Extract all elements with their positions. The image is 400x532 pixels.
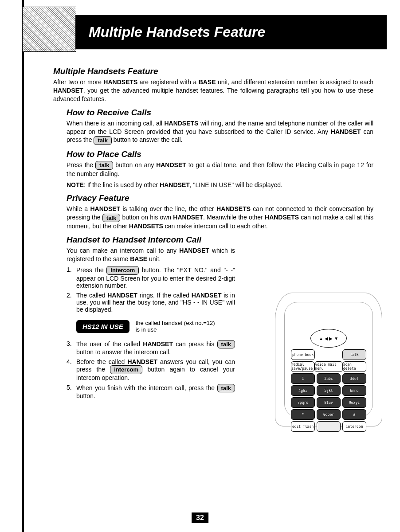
text: is talking over the line, the other	[120, 205, 216, 212]
text: the called handset (ext no.=12)	[136, 320, 215, 327]
text: button to answer the intercom call.	[76, 348, 171, 356]
step-body: The called HANDSET rings. If the called …	[76, 292, 235, 313]
section-heading-receive: How to Receive Calls	[67, 108, 373, 117]
step-number: 2.	[67, 292, 76, 313]
step-body: The user of the called HANDSET can press…	[76, 340, 235, 356]
talk-button-label: talk	[217, 384, 235, 393]
page-title-band: Multiple Handsets Feature	[75, 18, 387, 46]
text-bold: HANDSET	[192, 292, 222, 299]
key-hash: #	[342, 409, 366, 420]
text-bold: HANDSET	[90, 205, 120, 212]
handset-illustration: ▲ ◀ ▶ ▼ phone book talk redial save/paus…	[275, 293, 382, 426]
text-bold: HANDSET	[331, 128, 361, 135]
text-bold: HANDSETS	[265, 214, 299, 221]
text-bold: HANDSETS	[129, 223, 163, 230]
text-bold: HANDSET	[107, 292, 137, 299]
text-bold: HANDSET	[53, 87, 83, 94]
key-blank	[317, 421, 341, 432]
text: After two or more	[53, 78, 103, 86]
step-2: 2. The called HANDSET rings. If the call…	[67, 292, 235, 313]
section-heading-privacy: Privacy Feature	[67, 193, 373, 203]
section-heading-place: How to Place Calls	[67, 149, 373, 159]
text-bold: HANDSET	[160, 181, 190, 188]
text: Press the	[76, 266, 106, 274]
text-bold: HANDSET	[179, 247, 209, 254]
key-9: 9wxyz	[342, 397, 366, 408]
lcd-example-row: HS12 IN USE the called handset (ext no.=…	[76, 317, 235, 336]
text: When you finish with the intercom call, …	[76, 384, 217, 391]
text: unit, and different extension number is …	[216, 78, 373, 86]
talk-button-label: talk	[217, 340, 235, 349]
text: Before the called	[76, 358, 127, 365]
step-1: 1. Press the intercom button. The "EXT N…	[67, 266, 235, 289]
text-bold: HANDSET	[173, 214, 203, 221]
talk-button-label: talk	[102, 214, 120, 223]
text: , you get the advanced multiple handset …	[53, 87, 373, 102]
key-star: *	[291, 409, 315, 420]
step-number: 5.	[67, 384, 76, 400]
step-body: Press the intercom button. The "EXT NO."…	[76, 266, 235, 289]
header-rule	[22, 50, 387, 53]
step-number: 3.	[67, 340, 76, 356]
content-area: Multiple Handsets Feature After two or m…	[53, 62, 373, 402]
text: : If the line is used by other	[84, 181, 160, 188]
page-title: Multiple Handsets Feature	[89, 24, 265, 40]
section-heading-intercom: Handset to Handset Intercom Call	[67, 235, 373, 245]
text: The user of the called	[76, 340, 143, 347]
intercom-button-label: intercom	[106, 266, 139, 275]
key-2: 2abc	[317, 373, 341, 384]
section-heading: Multiple Handsets Feature	[53, 66, 373, 76]
text: can press his	[173, 340, 217, 347]
text: . Meanwhile the other	[203, 214, 265, 221]
text: Press the	[67, 161, 95, 168]
note-label: NOTE	[67, 181, 84, 188]
place-paragraph: Press the talk button on any HANDSET to …	[67, 161, 373, 178]
text-bold: BASE	[199, 78, 216, 86]
text: You can make an intercom call to any	[67, 247, 179, 254]
lcd-display: HS12 IN USE	[76, 320, 129, 333]
handset-body: ▲ ◀ ▶ ▼ phone book talk redial save/paus…	[284, 302, 373, 417]
key-redial: redial save/pause	[291, 361, 314, 372]
text: can make intercom call to each other.	[163, 223, 268, 230]
text: unit.	[147, 255, 161, 262]
text: button on any	[115, 161, 156, 168]
lcd-caption: the called handset (ext no.=12) is in us…	[136, 320, 215, 333]
text: is in use	[136, 326, 215, 333]
key-edit-flash: edit flash	[291, 421, 315, 432]
intercom-button-label: intercom	[110, 365, 142, 374]
text-bold: HANDSETS	[216, 205, 251, 212]
talk-button-label: talk	[95, 161, 113, 170]
handset-keypad: ▲ ◀ ▶ ▼ phone book talk redial save/paus…	[291, 329, 366, 433]
text-bold: BASE	[130, 255, 147, 262]
text-bold: HANDSET	[156, 161, 186, 168]
side-rule	[22, 0, 24, 532]
text: When there is an incoming call, all	[67, 120, 164, 127]
key-6: 6mno	[342, 385, 366, 396]
key-menu: voice mail menu	[314, 361, 342, 372]
text: , "LINE IN USE" will be displayed.	[190, 181, 282, 188]
text-bold: HANDSET	[127, 358, 157, 365]
intercom-intro: You can make an intercom call to any HAN…	[67, 246, 235, 263]
text: button to answer the call.	[114, 136, 183, 143]
text: The called	[76, 292, 107, 299]
privacy-paragraph: While a HANDSET is talking over the line…	[67, 205, 373, 231]
key-intercom: intercom	[342, 421, 366, 432]
step-number: 1.	[67, 266, 76, 289]
key-7: 7pqrs	[291, 397, 315, 408]
key-4: 4ghi	[291, 385, 315, 396]
intro-paragraph: After two or more HANDSETS are registere…	[53, 78, 373, 103]
text: While a	[67, 205, 90, 212]
text: are registered with a	[137, 78, 198, 86]
text-bold: HANDSETS	[164, 120, 198, 127]
step-body: Before the called HANDSET answers you ca…	[76, 358, 235, 381]
key-1: 1	[291, 373, 315, 384]
key-8: 8tuv	[317, 397, 341, 408]
step-number: 4.	[67, 358, 76, 381]
page-number: 32	[192, 512, 208, 523]
place-note: NOTE: If the line is used by other HANDS…	[67, 181, 373, 189]
text-bold: HANDSETS	[103, 78, 137, 86]
header-decor	[22, 7, 76, 52]
key-talk: talk	[342, 349, 366, 360]
key-3: 3def	[342, 373, 366, 384]
step-3: 3. The user of the called HANDSET can pr…	[67, 340, 235, 356]
